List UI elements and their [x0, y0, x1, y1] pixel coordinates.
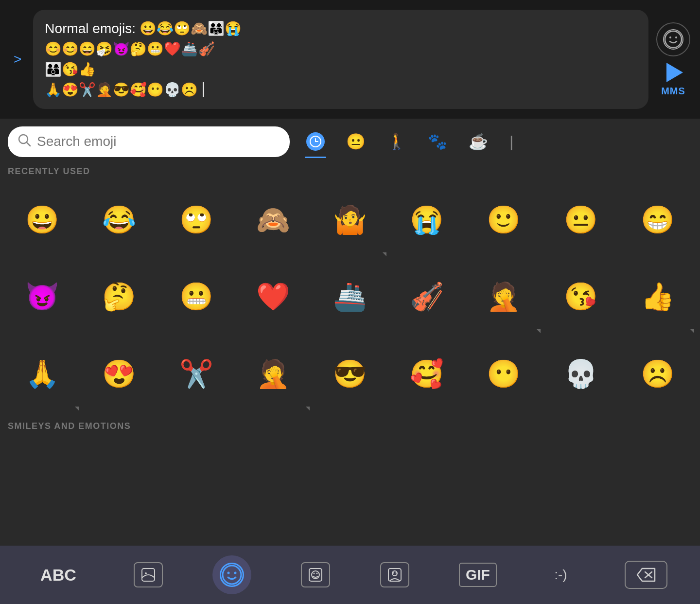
emoji-loudly-crying[interactable]: 😭	[388, 181, 465, 258]
bitmoji-button[interactable]	[380, 562, 409, 587]
emoji-red-heart[interactable]: ❤️	[235, 258, 312, 335]
smiley-icon	[663, 29, 683, 50]
emoji-reaction-button[interactable]	[656, 22, 690, 56]
svg-point-20	[395, 572, 397, 574]
emoji-tears-of-joy[interactable]: 😂	[81, 181, 158, 258]
emoji-slightly-smiling[interactable]: 🙂	[465, 181, 542, 258]
svg-line-4	[27, 142, 30, 146]
svg-point-1	[669, 36, 671, 38]
emoji-violin[interactable]: 🎻	[388, 258, 465, 335]
tab-recent[interactable]	[296, 125, 335, 158]
emoji-grimacing[interactable]: 😬	[158, 258, 234, 335]
emoji-facepalm[interactable]: 🤦	[465, 258, 542, 335]
emoji-no-mouth[interactable]: 😶	[465, 335, 542, 412]
emoji-see-no-evil[interactable]: 🙈	[235, 181, 312, 258]
message-bubble[interactable]: Normal emojis: 😀😂🙄🙈👨‍👩‍👧😭 😊😊😄🤧😈🤔😬❤️🚢🎻 👨‍…	[33, 10, 648, 109]
gif-button[interactable]: GIF	[459, 563, 497, 587]
smileys-header: SMILEYS AND EMOTIONS	[0, 412, 700, 436]
emoji-shrug[interactable]: 🤷	[312, 181, 388, 258]
emoji-skull[interactable]: 💀	[542, 335, 619, 412]
message-line3: 👨‍👩‍👦😘👍	[45, 62, 96, 77]
tab-more[interactable]: |	[499, 126, 524, 158]
svg-point-0	[665, 31, 682, 48]
emoji-thumbs-up[interactable]: 👍	[619, 258, 696, 335]
recently-used-grid: 😀 😂 🙄 🙈 🤷 😭 🙂 😐 😁 😈 🤔 😬 ❤️ 🚢 🎻 🤦 😘 👍	[0, 181, 700, 412]
keyboard-bar: ABC	[0, 546, 700, 604]
emoji-slightly-frowning[interactable]: ☹️	[619, 335, 696, 412]
mms-button[interactable]: MMS	[656, 60, 690, 97]
emoji-thinking[interactable]: 🤔	[81, 258, 158, 335]
svg-rect-17	[388, 568, 401, 581]
search-box[interactable]	[8, 126, 290, 157]
message-text: Normal emojis: 😀😂🙄🙈👨‍👩‍👧😭	[45, 21, 241, 36]
emoji-grinning[interactable]: 😀	[4, 181, 81, 258]
svg-point-10	[223, 566, 241, 584]
svg-point-16	[316, 573, 318, 574]
message-line2: 😊😊😄🤧😈🤔😬❤️🚢🎻	[45, 41, 215, 56]
search-input[interactable]	[37, 134, 280, 149]
clock-icon	[306, 132, 325, 151]
expand-button[interactable]: >	[10, 48, 25, 71]
emoji-picker: 😐 🚶 🐾 ☕ | RECENTLY USED 😀 😂 🙄 🙈	[0, 119, 700, 604]
emoji-heart-eyes[interactable]: 😍	[81, 335, 158, 412]
objects-tab-icon: ☕	[469, 132, 488, 151]
tab-objects[interactable]: ☕	[458, 125, 499, 158]
message-area: > Normal emojis: 😀😂🙄🙈👨‍👩‍👧😭 😊😊😄🤧😈🤔😬❤️🚢🎻 …	[0, 0, 700, 119]
svg-point-15	[314, 573, 315, 574]
search-row: 😐 🚶 🐾 ☕ |	[0, 119, 700, 158]
sticker-button[interactable]	[134, 562, 163, 587]
emoji-cruise-ship[interactable]: 🚢	[312, 258, 388, 335]
emoji-keyboard-button[interactable]	[212, 555, 251, 594]
svg-point-11	[228, 572, 230, 574]
emoji-kissing-heart[interactable]: 😘	[542, 258, 619, 335]
emoji-beaming[interactable]: 😁	[619, 181, 696, 258]
emoticon-button[interactable]: :-)	[546, 563, 575, 586]
tab-people[interactable]: 🚶	[376, 125, 417, 158]
search-icon	[18, 133, 31, 150]
send-icon	[666, 63, 683, 82]
tab-activities[interactable]: 🐾	[417, 125, 458, 158]
svg-rect-13	[309, 568, 322, 581]
people-tab-icon: 🚶	[387, 132, 406, 151]
svg-point-2	[675, 36, 677, 38]
emoji-scissors[interactable]: ✂️	[158, 335, 234, 412]
backspace-button[interactable]	[625, 561, 667, 589]
recently-used-header: RECENTLY USED	[0, 158, 700, 181]
activities-tab-icon: 🐾	[428, 132, 447, 151]
emoji-folded-hands[interactable]: 🙏	[4, 335, 81, 412]
emoji-neutral-face[interactable]: 😐	[542, 181, 619, 258]
message-line4: 🙏😍✂️🤦😎🥰😶💀☹️	[45, 82, 204, 97]
emoji-sunglasses[interactable]: 😎	[312, 335, 388, 412]
emoji-rolling-eyes[interactable]: 🙄	[158, 181, 234, 258]
emoji-active-icon	[220, 563, 244, 587]
message-actions: MMS	[656, 22, 690, 97]
svg-point-9	[145, 572, 147, 574]
svg-point-19	[392, 572, 394, 574]
sticker2-button[interactable]	[301, 562, 330, 587]
mms-label: MMS	[661, 86, 685, 97]
emoji-smiling-hearts[interactable]: 🥰	[388, 335, 465, 412]
emoji-smiling-devil[interactable]: 😈	[4, 258, 81, 335]
category-tabs: 😐 🚶 🐾 ☕ |	[296, 125, 524, 158]
svg-point-12	[234, 572, 237, 574]
emoji-man-facepalm[interactable]: 🤦	[235, 335, 312, 412]
more-tab-icon: |	[509, 133, 513, 151]
abc-button[interactable]: ABC	[33, 562, 84, 588]
smiley-tab-icon: 😐	[346, 132, 366, 151]
tab-smileys[interactable]: 😐	[335, 125, 376, 158]
